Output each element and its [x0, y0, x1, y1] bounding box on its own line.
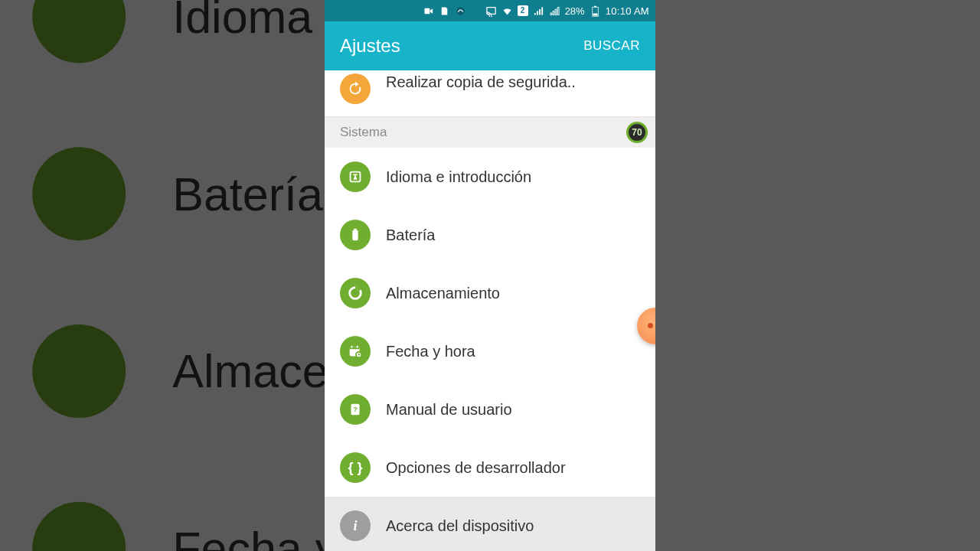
battery-percent: 28%: [565, 5, 585, 17]
list-item-language[interactable]: Idioma e introducción: [325, 148, 655, 206]
battery-item-icon: [340, 220, 371, 250]
list-item-label: Almacenamiento: [386, 285, 500, 302]
svg-rect-1: [487, 7, 495, 14]
list-item-datetime[interactable]: Fecha y hora: [325, 322, 655, 380]
battery-icon: [590, 5, 601, 17]
list-item-label: Opciones de desarrollador: [386, 459, 566, 477]
wifi-icon: [501, 5, 513, 17]
signal-2-icon: [549, 5, 560, 17]
cast-icon: [485, 5, 497, 17]
list-item-developer[interactable]: { } Opciones de desarrollador: [325, 439, 655, 497]
developer-icon: { }: [340, 452, 371, 483]
storage-icon: [340, 278, 371, 308]
signal-1-icon: [533, 5, 544, 17]
backup-icon: [340, 73, 371, 104]
list-item-label: Fecha y hora: [386, 343, 475, 360]
sim-slot-badge: 2: [518, 5, 528, 16]
settings-list[interactable]: Realizar copia de segurida.. Sistema 70 …: [325, 70, 655, 551]
svg-rect-3: [594, 5, 596, 7]
video-icon: [423, 5, 434, 17]
datetime-icon: [340, 336, 371, 367]
list-item-label: Batería: [386, 227, 435, 244]
list-item-label: Manual de usuario: [386, 401, 512, 419]
clock: 10:10 AM: [606, 5, 649, 17]
svg-text:?: ?: [353, 406, 358, 413]
list-item-label: Acerca del dispositivo: [386, 517, 534, 535]
about-icon: i: [340, 510, 371, 541]
sd-icon: [439, 5, 450, 17]
list-item-label: Idioma e introducción: [386, 168, 531, 186]
list-item-battery[interactable]: Batería: [325, 206, 655, 264]
list-item-label: Realizar copia de segurida..: [386, 73, 576, 91]
list-item-manual[interactable]: ? Manual de usuario: [325, 380, 655, 439]
language-icon: [340, 161, 371, 192]
svg-rect-7: [354, 229, 357, 230]
section-title: Sistema: [340, 125, 387, 139]
status-bar: 2 28% 10:10 AM: [325, 0, 655, 21]
list-item-backup[interactable]: Realizar copia de segurida..: [325, 70, 655, 117]
list-item-about[interactable]: i Acerca del dispositivo: [325, 497, 655, 551]
search-button[interactable]: BUSCAR: [583, 38, 640, 54]
app-bar: Ajustes BUSCAR: [325, 21, 655, 70]
page-title: Ajustes: [340, 35, 400, 57]
svg-rect-4: [593, 13, 597, 15]
svg-rect-6: [352, 230, 358, 241]
overlay-badge[interactable]: 70: [626, 122, 648, 143]
svg-point-0: [457, 7, 465, 15]
list-item-storage[interactable]: Almacenamiento: [325, 264, 655, 322]
manual-icon: ?: [340, 394, 371, 425]
app-icon: [455, 5, 466, 17]
phone-frame: 2 28% 10:10 AM Ajustes BUSCAR Realizar c…: [325, 0, 655, 551]
section-header-system: Sistema 70: [325, 117, 655, 148]
